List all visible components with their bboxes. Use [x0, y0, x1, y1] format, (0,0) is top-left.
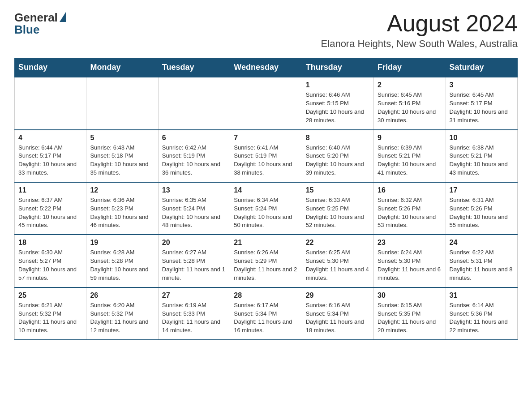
day-number: 20 [162, 239, 226, 247]
calendar-cell: 6Sunrise: 6:42 AMSunset: 5:19 PMDaylight… [158, 130, 230, 182]
day-number: 23 [378, 239, 442, 247]
calendar-cell [86, 77, 158, 129]
day-number: 28 [234, 291, 298, 300]
day-info: Sunrise: 6:22 AMSunset: 5:31 PMDaylight:… [450, 248, 514, 282]
calendar-cell: 9Sunrise: 6:39 AMSunset: 5:21 PMDaylight… [374, 130, 446, 182]
day-info: Sunrise: 6:20 AMSunset: 5:32 PMDaylight:… [90, 301, 154, 335]
logo-blue-text: Blue [14, 23, 39, 37]
calendar-cell: 16Sunrise: 6:32 AMSunset: 5:26 PMDayligh… [374, 182, 446, 235]
day-number: 5 [90, 134, 154, 142]
day-info: Sunrise: 6:41 AMSunset: 5:19 PMDaylight:… [234, 144, 298, 177]
calendar-table: SundayMondayTuesdayWednesdayThursdayFrid… [14, 58, 518, 340]
day-info: Sunrise: 6:33 AMSunset: 5:25 PMDaylight:… [306, 196, 370, 230]
day-number: 10 [450, 134, 514, 142]
calendar-cell: 2Sunrise: 6:45 AMSunset: 5:16 PMDaylight… [374, 77, 446, 129]
day-number: 9 [378, 134, 442, 142]
calendar-cell: 19Sunrise: 6:28 AMSunset: 5:28 PMDayligh… [86, 235, 158, 287]
calendar-week-row: 4Sunrise: 6:44 AMSunset: 5:17 PMDaylight… [15, 130, 518, 182]
day-number: 30 [378, 291, 442, 300]
logo: General Blue [14, 11, 66, 37]
calendar-cell: 18Sunrise: 6:30 AMSunset: 5:27 PMDayligh… [15, 235, 86, 287]
day-info: Sunrise: 6:37 AMSunset: 5:22 PMDaylight:… [18, 196, 82, 230]
day-number: 19 [90, 239, 154, 247]
calendar-cell [230, 77, 302, 129]
day-info: Sunrise: 6:31 AMSunset: 5:26 PMDaylight:… [450, 196, 514, 230]
day-number: 12 [90, 186, 154, 194]
day-info: Sunrise: 6:25 AMSunset: 5:30 PMDaylight:… [306, 248, 370, 282]
calendar-cell: 27Sunrise: 6:19 AMSunset: 5:33 PMDayligh… [158, 287, 230, 340]
day-number: 26 [90, 291, 154, 300]
calendar-week-row: 18Sunrise: 6:30 AMSunset: 5:27 PMDayligh… [15, 235, 518, 287]
day-number: 31 [450, 291, 514, 300]
day-number: 2 [378, 81, 442, 89]
calendar-cell: 11Sunrise: 6:37 AMSunset: 5:22 PMDayligh… [15, 182, 86, 235]
calendar-cell: 17Sunrise: 6:31 AMSunset: 5:26 PMDayligh… [446, 182, 517, 235]
calendar-cell: 25Sunrise: 6:21 AMSunset: 5:32 PMDayligh… [15, 287, 86, 340]
calendar-header-tuesday: Tuesday [158, 58, 230, 77]
calendar-cell: 31Sunrise: 6:14 AMSunset: 5:36 PMDayligh… [446, 287, 517, 340]
day-number: 16 [378, 186, 442, 194]
calendar-cell: 26Sunrise: 6:20 AMSunset: 5:32 PMDayligh… [86, 287, 158, 340]
calendar-cell: 22Sunrise: 6:25 AMSunset: 5:30 PMDayligh… [302, 235, 373, 287]
day-number: 22 [306, 239, 370, 247]
calendar-cell: 30Sunrise: 6:15 AMSunset: 5:35 PMDayligh… [374, 287, 446, 340]
day-info: Sunrise: 6:28 AMSunset: 5:28 PMDaylight:… [90, 248, 154, 282]
calendar-header-wednesday: Wednesday [230, 58, 302, 77]
location-subtitle: Elanora Heights, New South Wales, Austra… [321, 38, 518, 50]
day-info: Sunrise: 6:44 AMSunset: 5:17 PMDaylight:… [18, 144, 82, 177]
day-number: 29 [306, 291, 370, 300]
calendar-cell: 23Sunrise: 6:24 AMSunset: 5:30 PMDayligh… [374, 235, 446, 287]
day-info: Sunrise: 6:45 AMSunset: 5:16 PMDaylight:… [378, 91, 442, 124]
day-info: Sunrise: 6:32 AMSunset: 5:26 PMDaylight:… [378, 196, 442, 230]
day-number: 6 [162, 134, 226, 142]
calendar-header-sunday: Sunday [15, 58, 86, 77]
day-number: 8 [306, 134, 370, 142]
day-info: Sunrise: 6:14 AMSunset: 5:36 PMDaylight:… [450, 301, 514, 335]
calendar-cell: 1Sunrise: 6:46 AMSunset: 5:15 PMDaylight… [302, 77, 373, 129]
calendar-cell: 24Sunrise: 6:22 AMSunset: 5:31 PMDayligh… [446, 235, 517, 287]
calendar-cell: 28Sunrise: 6:17 AMSunset: 5:34 PMDayligh… [230, 287, 302, 340]
day-number: 27 [162, 291, 226, 300]
day-info: Sunrise: 6:26 AMSunset: 5:29 PMDaylight:… [234, 248, 298, 282]
day-info: Sunrise: 6:42 AMSunset: 5:19 PMDaylight:… [162, 144, 226, 177]
calendar-cell [158, 77, 230, 129]
calendar-header-saturday: Saturday [446, 58, 517, 77]
day-number: 4 [18, 134, 82, 142]
day-info: Sunrise: 6:27 AMSunset: 5:28 PMDaylight:… [162, 248, 226, 282]
calendar-cell: 5Sunrise: 6:43 AMSunset: 5:18 PMDaylight… [86, 130, 158, 182]
calendar-cell: 3Sunrise: 6:45 AMSunset: 5:17 PMDaylight… [446, 77, 517, 129]
calendar-header-thursday: Thursday [302, 58, 373, 77]
day-number: 25 [18, 291, 82, 300]
day-info: Sunrise: 6:24 AMSunset: 5:30 PMDaylight:… [378, 248, 442, 282]
day-number: 17 [450, 186, 514, 194]
day-info: Sunrise: 6:35 AMSunset: 5:24 PMDaylight:… [162, 196, 226, 230]
day-info: Sunrise: 6:16 AMSunset: 5:34 PMDaylight:… [306, 301, 370, 335]
day-info: Sunrise: 6:21 AMSunset: 5:32 PMDaylight:… [18, 301, 82, 335]
calendar-cell: 14Sunrise: 6:34 AMSunset: 5:24 PMDayligh… [230, 182, 302, 235]
day-info: Sunrise: 6:46 AMSunset: 5:15 PMDaylight:… [306, 91, 370, 124]
day-info: Sunrise: 6:45 AMSunset: 5:17 PMDaylight:… [450, 91, 514, 124]
calendar-cell: 8Sunrise: 6:40 AMSunset: 5:20 PMDaylight… [302, 130, 373, 182]
day-info: Sunrise: 6:40 AMSunset: 5:20 PMDaylight:… [306, 144, 370, 177]
day-number: 24 [450, 239, 514, 247]
day-info: Sunrise: 6:43 AMSunset: 5:18 PMDaylight:… [90, 144, 154, 177]
calendar-cell: 29Sunrise: 6:16 AMSunset: 5:34 PMDayligh… [302, 287, 373, 340]
day-number: 18 [18, 239, 82, 247]
day-number: 15 [306, 186, 370, 194]
calendar-header-friday: Friday [374, 58, 446, 77]
day-number: 7 [234, 134, 298, 142]
calendar-cell: 10Sunrise: 6:38 AMSunset: 5:21 PMDayligh… [446, 130, 517, 182]
day-info: Sunrise: 6:17 AMSunset: 5:34 PMDaylight:… [234, 301, 298, 335]
day-number: 14 [234, 186, 298, 194]
day-info: Sunrise: 6:38 AMSunset: 5:21 PMDaylight:… [450, 144, 514, 177]
calendar-cell: 7Sunrise: 6:41 AMSunset: 5:19 PMDaylight… [230, 130, 302, 182]
calendar-cell: 4Sunrise: 6:44 AMSunset: 5:17 PMDaylight… [15, 130, 86, 182]
calendar-cell [15, 77, 86, 129]
title-block: August 2024 Elanora Heights, New South W… [321, 11, 518, 50]
day-info: Sunrise: 6:30 AMSunset: 5:27 PMDaylight:… [18, 248, 82, 282]
day-number: 1 [306, 81, 370, 89]
day-number: 21 [234, 239, 298, 247]
calendar-header-monday: Monday [86, 58, 158, 77]
calendar-header-row: SundayMondayTuesdayWednesdayThursdayFrid… [15, 58, 518, 77]
calendar-cell: 20Sunrise: 6:27 AMSunset: 5:28 PMDayligh… [158, 235, 230, 287]
